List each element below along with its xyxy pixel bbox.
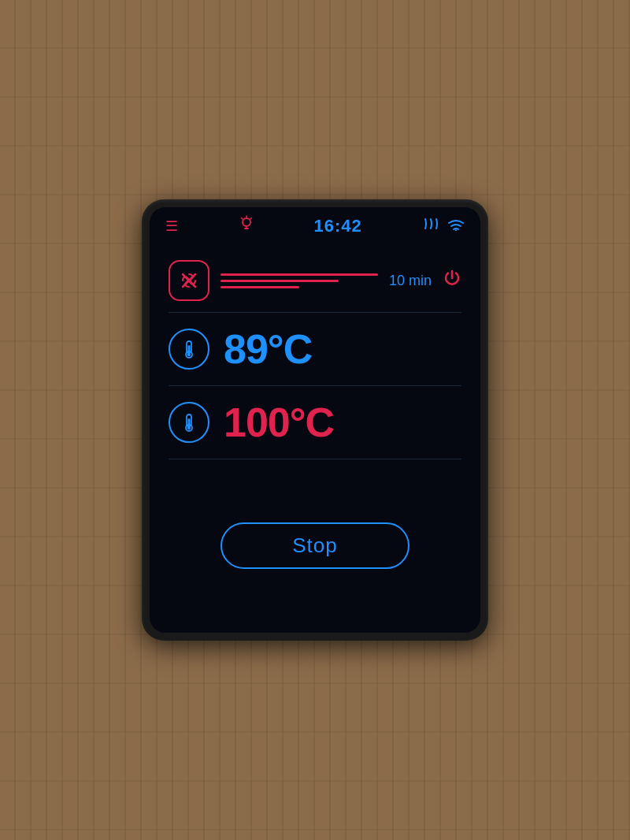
- svg-point-13: [187, 353, 191, 356]
- current-temperature: 89°C: [224, 325, 312, 373]
- status-bar: ☰ 16:42: [150, 207, 480, 243]
- steam-icon: [421, 216, 441, 236]
- status-right-icons: [421, 216, 465, 236]
- fan-line-3: [220, 286, 299, 288]
- wifi-icon: [447, 218, 465, 234]
- fan-row: 10 min: [169, 249, 461, 313]
- svg-rect-16: [188, 418, 191, 426]
- svg-line-5: [250, 218, 252, 220]
- clock-display: 16:42: [313, 216, 361, 236]
- fan-icon-circle[interactable]: [169, 260, 209, 301]
- svg-rect-12: [188, 345, 191, 353]
- svg-point-6: [455, 229, 457, 231]
- main-content: 10 min 89°C: [150, 243, 480, 633]
- device-body: ☰ 16:42: [142, 199, 488, 641]
- fan-line-1: [220, 273, 378, 276]
- menu-icon[interactable]: ☰: [165, 219, 180, 233]
- stop-button[interactable]: Stop: [220, 522, 410, 569]
- target-temp-row[interactable]: 100°C: [169, 386, 461, 459]
- svg-point-9: [187, 279, 191, 283]
- current-temp-row[interactable]: 89°C: [169, 313, 461, 386]
- svg-point-0: [243, 218, 250, 226]
- fan-line-2: [220, 280, 339, 282]
- fan-speed-lines: [220, 273, 378, 288]
- power-icon[interactable]: [443, 269, 461, 292]
- bulb-icon: [238, 215, 255, 236]
- svg-point-17: [187, 426, 191, 429]
- target-temperature: 100°C: [224, 399, 334, 446]
- svg-line-4: [242, 218, 243, 220]
- stop-button-wrap: Stop: [169, 459, 461, 617]
- thermometer-target-icon: [169, 402, 209, 443]
- timer-display[interactable]: 10 min: [389, 273, 432, 289]
- device-screen: ☰ 16:42: [150, 207, 480, 633]
- thermometer-current-icon: [169, 329, 209, 370]
